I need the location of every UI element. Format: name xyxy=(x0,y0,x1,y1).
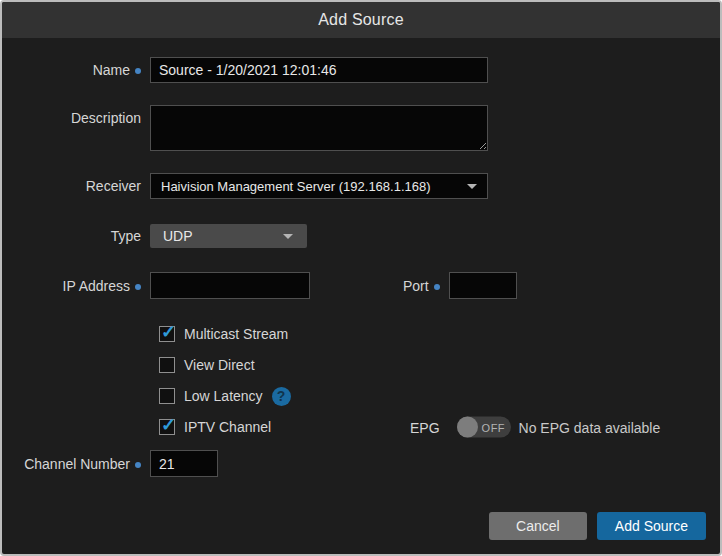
dialog-title: Add Source xyxy=(318,11,404,29)
channel-number-input[interactable] xyxy=(150,450,218,477)
receiver-selected-value: Haivision Management Server (192.168.1.1… xyxy=(161,179,431,194)
chevron-down-icon xyxy=(467,184,477,189)
required-indicator xyxy=(135,68,141,74)
receiver-label-wrap: Receiver xyxy=(2,178,150,194)
iptv-channel-label[interactable]: IPTV Channel xyxy=(184,419,271,435)
receiver-label: Receiver xyxy=(86,178,141,194)
description-row: Description xyxy=(2,105,720,151)
name-row: Name xyxy=(2,57,720,83)
ip-address-label-wrap: IP Address xyxy=(2,278,150,294)
description-label: Description xyxy=(71,110,141,126)
channel-number-row: Channel Number xyxy=(2,450,720,477)
help-icon[interactable]: ? xyxy=(272,387,291,406)
add-source-button[interactable]: Add Source xyxy=(597,512,706,540)
multicast-stream-row: Multicast Stream xyxy=(159,324,720,344)
multicast-stream-checkbox[interactable] xyxy=(159,326,175,342)
low-latency-row: Low Latency ? xyxy=(159,386,720,406)
description-label-wrap: Description xyxy=(2,110,150,126)
stream-options-group: Multicast Stream View Direct Low Latency… xyxy=(159,324,720,437)
port-input[interactable] xyxy=(449,272,517,299)
type-selected-value: UDP xyxy=(163,228,193,244)
dialog-footer: Cancel Add Source xyxy=(2,498,720,554)
channel-number-label-wrap: Channel Number xyxy=(2,456,150,472)
ip-port-row: IP Address Port xyxy=(2,272,720,299)
channel-number-label: Channel Number xyxy=(24,456,130,472)
chevron-down-icon xyxy=(283,234,293,239)
epg-status-text: No EPG data available xyxy=(519,419,661,435)
required-indicator xyxy=(135,462,141,468)
view-direct-label[interactable]: View Direct xyxy=(184,357,255,373)
dialog-header: Add Source xyxy=(2,2,720,38)
low-latency-checkbox[interactable] xyxy=(159,388,175,404)
view-direct-row: View Direct xyxy=(159,355,720,375)
port-label-wrap: Port xyxy=(403,278,440,294)
iptv-channel-checkbox[interactable] xyxy=(159,419,175,435)
name-label: Name xyxy=(93,62,130,78)
receiver-select[interactable]: Haivision Management Server (192.168.1.1… xyxy=(150,173,488,199)
receiver-row: Receiver Haivision Management Server (19… xyxy=(2,173,720,199)
description-textarea[interactable] xyxy=(150,105,488,151)
epg-cluster: EPG OFF No EPG data available xyxy=(410,417,660,438)
epg-toggle-state: OFF xyxy=(482,421,506,433)
ip-address-input[interactable] xyxy=(150,272,310,299)
type-select[interactable]: UDP xyxy=(150,224,307,248)
low-latency-label[interactable]: Low Latency xyxy=(184,388,263,404)
name-label-wrap: Name xyxy=(2,62,150,78)
name-input[interactable] xyxy=(150,57,488,83)
multicast-stream-label[interactable]: Multicast Stream xyxy=(184,326,288,342)
ip-address-label: IP Address xyxy=(63,278,130,294)
add-source-dialog: Add Source Name Description Receiver Hai… xyxy=(0,0,722,556)
epg-toggle[interactable]: OFF xyxy=(457,417,511,438)
toggle-knob-icon xyxy=(457,417,478,438)
type-row: Type UDP xyxy=(2,224,720,248)
view-direct-checkbox[interactable] xyxy=(159,357,175,373)
epg-label: EPG xyxy=(410,419,440,435)
iptv-channel-row: IPTV Channel EPG OFF No EPG data availab… xyxy=(159,417,720,437)
type-label-wrap: Type xyxy=(2,228,150,244)
cancel-button[interactable]: Cancel xyxy=(489,512,587,540)
required-indicator xyxy=(135,284,141,290)
port-label: Port xyxy=(403,278,429,294)
required-indicator xyxy=(434,284,440,290)
type-label: Type xyxy=(111,228,141,244)
